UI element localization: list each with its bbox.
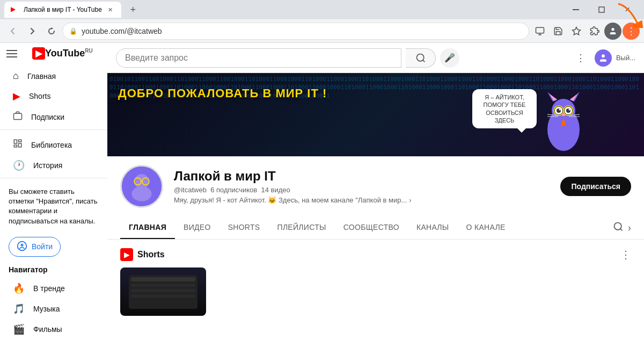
- sidebar-item-subscriptions-label: Подписки: [31, 113, 64, 121]
- save-icon[interactable]: [550, 23, 567, 40]
- channel-nav-search: ›: [613, 221, 631, 235]
- screen-cast-icon[interactable]: [531, 23, 548, 40]
- sidebar-main-section: ⌂ Главная ▶ Shorts Подписки: [0, 64, 107, 130]
- browser-titlebar: ▶ Лапкой в мир IT - YouTube ✕ + ✕: [0, 0, 644, 19]
- svg-marker-3: [573, 27, 581, 34]
- sidebar-item-movies-label: Фильмы: [33, 325, 62, 334]
- sidebar-item-music[interactable]: 🎵 Музыка: [4, 299, 103, 319]
- sidebar-item-trending-label: В тренде: [33, 284, 65, 293]
- svg-rect-0: [573, 9, 579, 10]
- trending-icon: 🔥: [13, 283, 25, 294]
- music-icon: 🎵: [13, 303, 25, 315]
- youtube-logo[interactable]: ▶ YouTubeRU: [28, 47, 97, 60]
- sidebar-item-library[interactable]: Библиотека: [4, 134, 103, 155]
- channel-nav-shorts[interactable]: SHORTS: [219, 216, 269, 239]
- svg-rect-7: [14, 140, 17, 143]
- close-button[interactable]: ✕: [615, 0, 640, 19]
- svg-rect-9: [19, 143, 21, 147]
- tab-title: Лапкой в мир IT - YouTube: [24, 6, 102, 13]
- extensions-icon[interactable]: [586, 23, 603, 40]
- address-text: youtube.com/@itcatweb: [82, 27, 522, 35]
- shorts-grid: [120, 267, 631, 316]
- svg-rect-10: [14, 145, 17, 147]
- sidebar-item-music-label: Музыка: [33, 305, 60, 313]
- channel-nav-home[interactable]: ГЛАВНАЯ: [120, 216, 175, 239]
- channel-search-icon[interactable]: [613, 221, 624, 235]
- voice-search-button[interactable]: 🎤: [440, 48, 459, 68]
- browser-toolbar: 🔒 youtube.com/@itcatweb ⋮: [0, 19, 644, 43]
- svg-rect-1: [599, 7, 604, 12]
- shorts-more-button[interactable]: ⋮: [620, 248, 631, 261]
- content-area: 🎤 ⋮ Вый... 01001011001100100011010001100…: [107, 43, 644, 340]
- shorts-section-icon: ▶: [120, 248, 133, 261]
- main-container: ▶ YouTubeRU ⌂ Главная ▶ Shorts Подписки: [0, 43, 644, 340]
- channel-name: Лапкой в мир IT: [174, 169, 550, 184]
- sidebar-item-home-label: Главная: [27, 72, 56, 81]
- svg-point-25: [569, 109, 570, 111]
- maximize-button[interactable]: [589, 0, 614, 19]
- channel-nav-channels[interactable]: КАНАЛЫ: [408, 216, 458, 239]
- header-right: ⋮ Вый...: [571, 48, 635, 68]
- forward-button[interactable]: [24, 23, 41, 40]
- chevron-right-icon: ›: [409, 196, 411, 204]
- speech-bubble: Я – АЙТИКОТ, ПОМОГУ ТЕБЕ ОСВОИТЬСЯ ЗДЕСЬ: [472, 89, 537, 128]
- sidebar-item-history-label: История: [33, 161, 62, 170]
- channel-meta: @itcatweb 6 подписчиков 14 видео: [174, 186, 550, 194]
- sidebar-item-history[interactable]: 🕐 История: [4, 155, 103, 176]
- sidebar-item-subscriptions[interactable]: Подписки: [4, 106, 103, 127]
- person-circle-icon: [17, 241, 27, 253]
- profile-avatar[interactable]: [604, 23, 621, 40]
- dots-icon: ⋮: [626, 25, 636, 37]
- search-area: 🎤: [116, 48, 459, 68]
- profile-icon[interactable]: [604, 23, 621, 40]
- navigator-title: Навигатор: [0, 261, 107, 278]
- subscriptions-icon: [13, 111, 23, 123]
- channel-nav-playlists[interactable]: ПЛЕЙЛИСТЫ: [269, 216, 335, 239]
- sidebar-item-movies[interactable]: 🎬 Фильмы: [4, 319, 103, 339]
- browser-tab[interactable]: ▶ Лапкой в мир IT - YouTube ✕: [4, 2, 121, 18]
- svg-point-44: [614, 222, 621, 229]
- movies-icon: 🎬: [13, 323, 25, 335]
- star-icon[interactable]: [568, 23, 585, 40]
- svg-point-24: [559, 109, 561, 111]
- banner-title: ДОБРО ПОЖАЛОВАТЬ В МИР IT !: [118, 86, 327, 100]
- window-controls: ✕: [564, 0, 640, 19]
- shorts-section-title: Shorts: [137, 250, 165, 259]
- sign-in-label: Войти: [32, 242, 53, 251]
- channel-nav-about[interactable]: О КАНАЛЕ: [458, 216, 514, 239]
- address-bar[interactable]: 🔒 youtube.com/@itcatweb: [62, 23, 529, 40]
- minimize-button[interactable]: [564, 0, 588, 19]
- hamburger-menu[interactable]: [4, 48, 19, 60]
- svg-rect-6: [14, 113, 22, 119]
- sidebar-item-shorts[interactable]: ▶ Shorts: [4, 86, 103, 106]
- lock-icon: 🔒: [69, 27, 77, 35]
- short-thumbnail[interactable]: [120, 267, 206, 316]
- more-options-yt-button[interactable]: ⋮: [571, 48, 590, 68]
- svg-rect-2: [536, 27, 544, 33]
- sign-in-button[interactable]: Войти: [9, 237, 61, 257]
- toolbar-actions: ⋮: [531, 23, 640, 40]
- channel-nav-community[interactable]: СООБЩЕСТВО: [335, 216, 408, 239]
- new-tab-button[interactable]: +: [126, 2, 141, 17]
- svg-point-13: [602, 54, 605, 57]
- back-button[interactable]: [4, 23, 21, 40]
- search-input[interactable]: [116, 48, 401, 68]
- refresh-button[interactable]: [43, 23, 60, 40]
- subscribe-button[interactable]: Подписаться: [560, 177, 631, 196]
- home-icon: ⌂: [13, 70, 19, 82]
- tab-close-button[interactable]: ✕: [106, 5, 115, 14]
- channel-description[interactable]: Мяу, друзья! Я - кот Айтикот. 🐱 Здесь, н…: [174, 196, 550, 204]
- more-options-button[interactable]: ⋮: [623, 23, 640, 40]
- channel-nav-video[interactable]: ВИДЕО: [175, 216, 219, 239]
- channel-header-info: Лапкой в мир IT @itcatweb 6 подписчиков …: [107, 156, 644, 216]
- svg-rect-35: [562, 120, 565, 125]
- shorts-sidebar-icon: ▶: [13, 90, 20, 102]
- search-button[interactable]: [406, 48, 436, 68]
- user-avatar[interactable]: [595, 49, 612, 67]
- history-icon: 🕐: [13, 160, 25, 171]
- nav-chevron-right-icon[interactable]: ›: [628, 222, 631, 234]
- yt-logo-text: YouTubeRU: [45, 48, 93, 59]
- sign-in-text[interactable]: Вый...: [616, 54, 635, 62]
- sidebar-item-trending[interactable]: 🔥 В тренде: [4, 278, 103, 299]
- sidebar-item-home[interactable]: ⌂ Главная: [4, 66, 103, 86]
